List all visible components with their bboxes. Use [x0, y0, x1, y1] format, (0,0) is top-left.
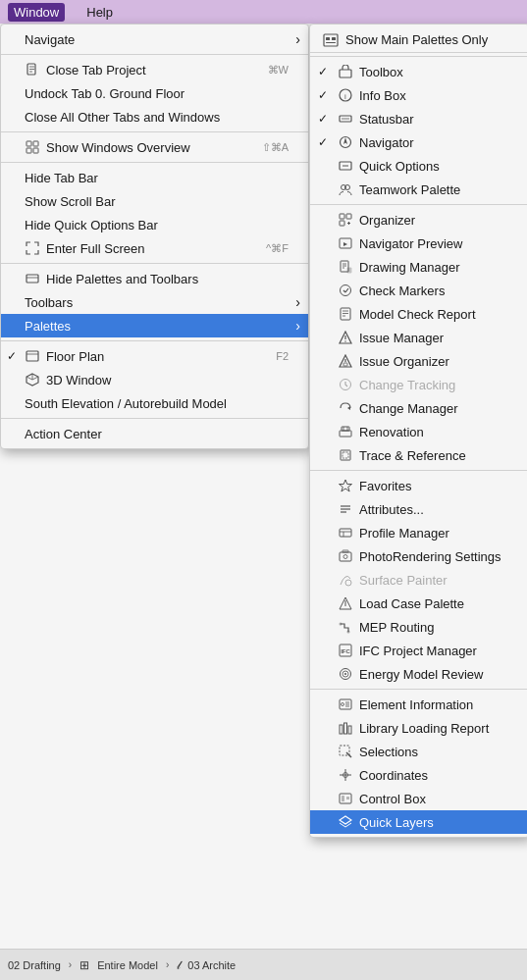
window-menu-close-tab[interactable]: Close Tab Project ⌘W: [1, 58, 308, 81]
palettes-toolbox[interactable]: ✓ Toolbox: [310, 60, 527, 83]
grid-icon: [25, 139, 40, 155]
palettes-photorendering[interactable]: PhotoRendering Settings: [310, 544, 527, 568]
3d-window-label: 3D Window: [46, 373, 289, 387]
palettes-show-main[interactable]: Show Main Palettes Only: [310, 27, 527, 53]
window-menu-undock-tab[interactable]: Undock Tab 0. Ground Floor: [1, 81, 308, 105]
library-loading-label: Library Loading Report: [359, 721, 489, 736]
palettes-issue-organizer[interactable]: Issue Organizer: [310, 349, 527, 373]
window-menu-show-windows[interactable]: Show Windows Overview ⇧⌘A: [1, 135, 308, 159]
window-menu-close-all[interactable]: Close All Other Tabs and Windows: [1, 105, 308, 129]
status-archite[interactable]: 03 Archite: [187, 959, 236, 971]
south-elev-label: South Elevation / Autorebuild Model: [25, 396, 289, 411]
svg-rect-58: [340, 431, 351, 437]
palettes-teamwork[interactable]: Teamwork Palette: [310, 178, 527, 201]
palettes-label: Palettes: [25, 319, 289, 334]
info-icon: i: [338, 87, 353, 103]
rect-icon: [25, 271, 40, 286]
report-icon: [338, 306, 353, 322]
window-menu-hide-palettes[interactable]: Hide Palettes and Toolbars: [1, 267, 308, 290]
show-scroll-label: Show Scroll Bar: [25, 194, 289, 209]
palettes-element-info[interactable]: Element Information: [310, 693, 527, 716]
palettes-model-check[interactable]: Model Check Report: [310, 302, 527, 326]
quick-layers-label: Quick Layers: [359, 815, 434, 830]
status-icon-grid: ⊞: [79, 958, 89, 972]
control-box-label: Control Box: [359, 792, 426, 806]
svg-rect-20: [340, 70, 351, 77]
palettes-favorites[interactable]: Favorites: [310, 474, 527, 497]
palettes-selections[interactable]: Selections: [310, 740, 527, 763]
menu-bar: Window Help: [0, 0, 527, 24]
palettes-section-managers: Organizer Navigator Preview Drawing Mana…: [310, 205, 527, 471]
palettes-change-manager[interactable]: Change Manager: [310, 396, 527, 420]
palettes-statusbar[interactable]: ✓ Statusbar: [310, 107, 527, 130]
floor-plan-label-item: Floor Plan: [46, 349, 276, 364]
coordinates-label: Coordinates: [359, 768, 428, 783]
palettes-surface-painter: Surface Painter: [310, 568, 527, 592]
svg-rect-91: [348, 726, 351, 734]
energy-icon: [338, 666, 353, 682]
floor-plan-icon: [25, 348, 40, 364]
floor-plan-shortcut: F2: [276, 350, 289, 362]
library-icon: [338, 720, 353, 736]
palettes-load-case[interactable]: Load Case Palette: [310, 592, 527, 615]
status-entire-model[interactable]: Entire Model: [97, 959, 158, 971]
palettes-quick-options[interactable]: Quick Options: [310, 154, 527, 178]
cube-icon: [25, 372, 40, 387]
window-menu-fullscreen[interactable]: Enter Full Screen ^⌘F: [1, 236, 308, 260]
palettes-check-markers[interactable]: Check Markers: [310, 279, 527, 302]
help-menu-item[interactable]: Help: [80, 3, 119, 22]
palettes-attributes[interactable]: Attributes...: [310, 497, 527, 521]
doc-icon: [25, 62, 40, 77]
window-menu-palettes[interactable]: Palettes: [1, 314, 308, 337]
palettes-profile-manager[interactable]: Profile Manager: [310, 521, 527, 544]
statusbar-label: Statusbar: [359, 112, 414, 127]
window-menu-show-scroll[interactable]: Show Scroll Bar: [1, 189, 308, 213]
palettes-drawing-manager[interactable]: Drawing Manager: [310, 255, 527, 279]
palettes-navigator[interactable]: ✓ Navigator: [310, 130, 527, 154]
palettes-organizer[interactable]: Organizer: [310, 208, 527, 232]
window-menu-section-navigate: Navigate: [1, 25, 308, 55]
check-markers-label: Check Markers: [359, 284, 445, 298]
svg-text:IFC: IFC: [341, 648, 350, 654]
palettes-issue-manager[interactable]: Issue Manager: [310, 326, 527, 349]
toolbars-label: Toolbars: [25, 295, 289, 310]
status-arrow-1: ›: [69, 959, 72, 970]
action-center-label: Action Center: [25, 427, 289, 441]
window-menu-item[interactable]: Window: [8, 3, 65, 22]
window-menu-hide-quick[interactable]: Hide Quick Options Bar: [1, 213, 308, 236]
palettes-navigator-preview[interactable]: Navigator Preview: [310, 232, 527, 255]
palettes-quick-layers[interactable]: Quick Layers: [310, 810, 527, 834]
navigator-check: ✓: [318, 135, 328, 149]
status-drafting[interactable]: 02 Drafting: [8, 959, 61, 971]
svg-rect-6: [26, 148, 31, 153]
svg-line-14: [26, 377, 32, 380]
palettes-mep-routing[interactable]: MEP Routing: [310, 615, 527, 639]
window-menu-floor-plan[interactable]: ✓ Floor Plan F2: [1, 344, 308, 368]
palettes-ifc-manager[interactable]: IFC IFC Project Manager: [310, 639, 527, 662]
window-menu-3d-window[interactable]: 3D Window: [1, 368, 308, 391]
hide-tab-bar-label: Hide Tab Bar: [25, 171, 289, 185]
svg-rect-71: [340, 552, 351, 561]
drawing-icon: [338, 259, 353, 275]
window-menu-south-elev[interactable]: South Elevation / Autorebuild Model: [1, 391, 308, 415]
palettes-trace-reference[interactable]: Trace & Reference: [310, 443, 527, 467]
window-menu-toolbars[interactable]: Toolbars: [1, 290, 308, 314]
palettes-info-box[interactable]: ✓ i Info Box: [310, 83, 527, 107]
star-icon: [338, 478, 353, 493]
svg-line-45: [345, 288, 348, 292]
palettes-library-loading[interactable]: Library Loading Report: [310, 716, 527, 740]
navigate-label: Navigate: [25, 32, 289, 47]
palettes-energy-model[interactable]: Energy Model Review: [310, 662, 527, 686]
statusbar-check: ✓: [318, 112, 328, 126]
undock-tab-label: Undock Tab 0. Ground Floor: [25, 86, 289, 101]
palettes-renovation[interactable]: Renovation: [310, 420, 527, 443]
ifc-icon: IFC: [338, 643, 353, 658]
info-box-check: ✓: [318, 88, 328, 102]
toolbox-label: Toolbox: [359, 65, 403, 79]
window-menu-hide-tab-bar[interactable]: Hide Tab Bar: [1, 166, 308, 189]
window-menu-action-center[interactable]: Action Center: [1, 422, 308, 445]
palettes-coordinates[interactable]: Coordinates: [310, 763, 527, 787]
palettes-control-box[interactable]: Control Box: [310, 787, 527, 810]
issue-icon: [338, 330, 353, 345]
window-menu-navigate[interactable]: Navigate: [1, 27, 308, 51]
